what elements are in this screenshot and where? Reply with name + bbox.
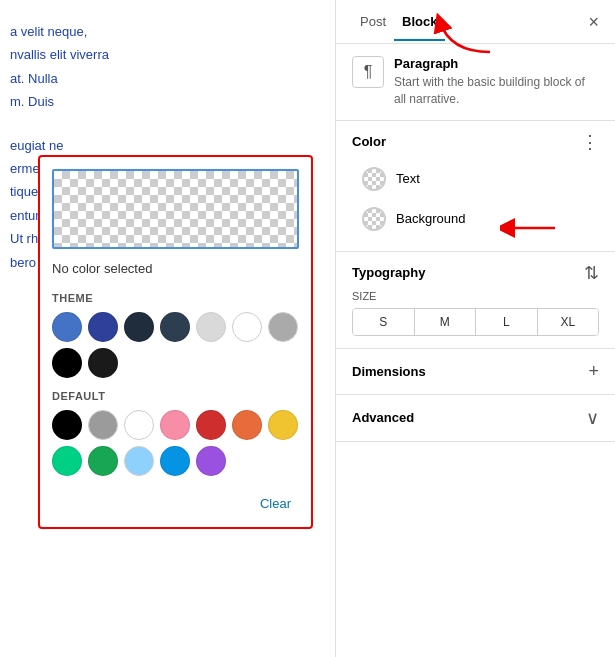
advanced-chevron-icon: ∨ (586, 407, 599, 429)
dimensions-add-icon: + (588, 361, 599, 382)
clear-button-container: Clear (52, 488, 299, 515)
size-m[interactable]: M (415, 309, 477, 335)
swatch-d-green-light[interactable] (52, 446, 82, 476)
swatch-d-pink[interactable] (160, 410, 190, 440)
swatch-d-purple[interactable] (196, 446, 226, 476)
swatch-d-red[interactable] (196, 410, 226, 440)
advanced-row[interactable]: Advanced ∨ (336, 395, 615, 442)
arrow-text-color (500, 208, 560, 251)
arrow-block-tab (430, 12, 500, 65)
swatch-d-cyan[interactable] (124, 446, 154, 476)
swatch-light-gray[interactable] (196, 312, 226, 342)
size-l[interactable]: L (476, 309, 538, 335)
swatch-gray[interactable] (268, 312, 298, 342)
theme-swatches (52, 312, 299, 378)
swatch-d-orange[interactable] (232, 410, 262, 440)
color-more-options[interactable]: ⋮ (581, 133, 599, 151)
swatch-black[interactable] (52, 348, 82, 378)
color-background-option[interactable]: Background (352, 199, 599, 239)
size-xl[interactable]: XL (538, 309, 599, 335)
text-line-1: a velit neque, (10, 20, 325, 43)
tab-post[interactable]: Post (352, 2, 394, 41)
color-preview (52, 169, 299, 249)
color-section-header: Color ⋮ (352, 133, 599, 151)
size-controls: SIZE S M L XL (352, 290, 599, 336)
swatch-d-black[interactable] (52, 410, 82, 440)
text-line-5: eugiat ne (10, 134, 325, 157)
close-button[interactable]: × (588, 13, 599, 31)
typography-section-title: Typography (352, 265, 425, 280)
theme-label: THEME (52, 292, 299, 304)
swatch-d-blue[interactable] (160, 446, 190, 476)
swatch-blue-dark[interactable] (88, 312, 118, 342)
swatch-d-gray[interactable] (88, 410, 118, 440)
swatch-dark-charcoal[interactable] (88, 348, 118, 378)
paragraph-icon: ¶ (352, 56, 384, 88)
size-s[interactable]: S (353, 309, 415, 335)
typography-section-header: Typography ⇅ (352, 264, 599, 282)
swatch-d-yellow[interactable] (268, 410, 298, 440)
typography-section: Typography ⇅ SIZE S M L XL (336, 252, 615, 349)
typography-more-options[interactable]: ⇅ (584, 264, 599, 282)
dimensions-row[interactable]: Dimensions + (336, 349, 615, 395)
size-label: SIZE (352, 290, 599, 302)
text-line-3: at. Nulla (10, 67, 325, 90)
advanced-title: Advanced (352, 410, 414, 425)
color-picker-popup: No color selected THEME DEFAULT Clear (38, 155, 313, 529)
clear-button[interactable]: Clear (252, 492, 299, 515)
swatch-dark-navy[interactable] (124, 312, 154, 342)
right-sidebar: Post Block × ¶ Paragraph Start with the … (335, 0, 615, 657)
size-buttons: S M L XL (352, 308, 599, 336)
text-color-circle (362, 167, 386, 191)
swatch-d-green[interactable] (88, 446, 118, 476)
text-line-2: nvallis elit viverra (10, 43, 325, 66)
text-line-4: m. Duis (10, 90, 325, 113)
bg-color-circle (362, 207, 386, 231)
color-section: Color ⋮ Text Background (336, 121, 615, 252)
default-swatches (52, 410, 299, 476)
swatch-d-white[interactable] (124, 410, 154, 440)
color-section-title: Color (352, 134, 386, 149)
bg-color-label: Background (396, 211, 465, 226)
no-color-label: No color selected (52, 257, 299, 280)
color-text-option[interactable]: Text (352, 159, 599, 199)
text-color-label: Text (396, 171, 420, 186)
default-label: DEFAULT (52, 390, 299, 402)
swatch-white[interactable] (232, 312, 262, 342)
swatch-dark-slate[interactable] (160, 312, 190, 342)
dimensions-title: Dimensions (352, 364, 426, 379)
block-description: Start with the basic building block of a… (394, 74, 599, 108)
swatch-blue-medium[interactable] (52, 312, 82, 342)
